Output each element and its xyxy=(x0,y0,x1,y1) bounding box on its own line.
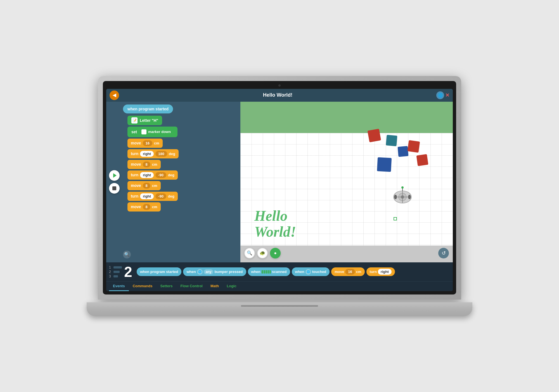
move-label-2: move xyxy=(131,183,141,188)
turn-dir-2: right xyxy=(140,193,154,199)
palette-turn-label: turn xyxy=(370,270,377,274)
letter-icon: 📝 xyxy=(131,117,138,123)
trigger-block[interactable]: when program started xyxy=(123,104,173,113)
tab-flow-control-label: Flow Control xyxy=(181,284,203,288)
sim-canvas: HelloWorld! xyxy=(240,102,453,262)
level-bar-3 xyxy=(113,275,118,277)
level-row-2: 2 xyxy=(109,270,122,274)
tab-logic-label: Logic xyxy=(227,284,236,288)
tab-setters[interactable]: Setters xyxy=(156,282,176,291)
tab-math[interactable]: Math xyxy=(207,282,223,291)
turn-dir-0: right xyxy=(140,151,154,157)
palette-when-2: when xyxy=(251,270,260,274)
svg-point-6 xyxy=(408,195,411,199)
code-scroll-area[interactable]: when program started 📝 Letter "H" xyxy=(106,102,240,262)
simulator-panel: HelloWorld! xyxy=(240,102,453,262)
move-value-2: 8 xyxy=(143,183,150,189)
camera-dot xyxy=(278,84,281,87)
sim-run-button[interactable]: ● xyxy=(270,248,281,258)
stop-icon xyxy=(112,186,116,190)
palette-turn[interactable]: turn right xyxy=(366,267,395,276)
cube-red-3 xyxy=(416,154,428,166)
zoom-button[interactable]: 🔍 xyxy=(123,251,131,258)
svg-point-8 xyxy=(401,186,404,189)
move-value-3: 8 xyxy=(143,204,150,210)
turn-block-0[interactable]: turn right 180 deg xyxy=(127,149,179,158)
refresh-icon: ↺ xyxy=(442,250,446,256)
move-unit-1: cm xyxy=(152,162,157,167)
level-bar-2 xyxy=(113,271,120,273)
tab-logic[interactable]: Logic xyxy=(223,282,240,291)
level-bar-1 xyxy=(113,266,122,269)
turn-unit-0: deg xyxy=(169,152,175,156)
move-block-1[interactable]: move 8 cm xyxy=(127,160,161,169)
palette-turn-dir: right xyxy=(378,269,392,275)
sim-refresh-button[interactable]: ↺ xyxy=(438,248,449,258)
move-block-2[interactable]: move 8 cm xyxy=(127,181,161,190)
sim-controls: 🔍 🐢 ● xyxy=(244,248,281,258)
stop-button[interactable] xyxy=(109,183,120,194)
screen-content: ◀ Hello World! 🌐 ✕ xyxy=(106,89,453,291)
title-bar: ◀ Hello World! 🌐 ✕ xyxy=(106,89,453,102)
set-marker-block[interactable]: set ↓ marker down xyxy=(127,127,177,137)
turn-label-0: turn xyxy=(131,151,138,156)
move-label-0: move xyxy=(131,141,141,145)
hello-world-display: HelloWorld! xyxy=(254,208,296,240)
back-button[interactable]: ◀ xyxy=(110,91,119,100)
palette-when-scanned[interactable]: when scanned xyxy=(248,267,290,276)
move-label-1: move xyxy=(131,162,141,167)
tab-commands[interactable]: Commands xyxy=(129,282,157,291)
palette-move[interactable]: move 16 cm xyxy=(331,267,364,276)
sim-turtle-icon: 🐢 xyxy=(260,250,265,256)
tabs-row: Events Commands Setters Flow Control xyxy=(106,281,453,291)
bar-5 xyxy=(269,270,271,274)
code-panel: when program started 📝 Letter "H" xyxy=(106,102,240,262)
play-button[interactable] xyxy=(109,170,120,181)
palette-when-3: when xyxy=(295,270,304,274)
tab-events[interactable]: Events xyxy=(109,282,129,291)
level-section: 1 2 3 xyxy=(109,265,135,279)
zoom-icon: 🔍 xyxy=(124,252,130,257)
bar-2 xyxy=(264,270,265,274)
tab-events-label: Events xyxy=(113,284,125,288)
set-label: set xyxy=(131,130,137,134)
palette-when-bumper-pressed[interactable]: when 🌐 any bumper pressed xyxy=(183,267,246,276)
marker-dot xyxy=(394,217,397,220)
app-title: Hello World! xyxy=(119,92,436,98)
move-block-3[interactable]: move 8 cm xyxy=(127,202,161,212)
marker-down-block: ↓ marker down xyxy=(139,128,174,136)
palette-when-touched[interactable]: when 🌐 touched xyxy=(292,267,330,276)
tab-setters-label: Setters xyxy=(160,284,172,288)
palette-move-value: 16 xyxy=(345,269,355,275)
letter-block[interactable]: 📝 Letter "H" xyxy=(127,116,162,125)
turn-block-1[interactable]: turn right -90 deg xyxy=(127,170,178,180)
turn-value-2: -90 xyxy=(155,193,166,199)
palette-when-program-started[interactable]: when program started xyxy=(137,267,182,276)
close-area[interactable]: 🌐 ✕ xyxy=(436,91,449,99)
close-icon[interactable]: ✕ xyxy=(445,92,449,98)
laptop-wrapper: ◀ Hello World! 🌐 ✕ xyxy=(98,76,461,316)
palette-items: when program started when 🌐 any bumper p… xyxy=(137,267,450,276)
bottom-top-row: 1 2 3 xyxy=(106,262,453,281)
move-value-1: 8 xyxy=(143,161,150,167)
cube-blue-2 xyxy=(377,157,392,172)
level-number: 2 xyxy=(124,265,132,279)
marker-icon: ↓ xyxy=(141,129,146,134)
turn-block-2[interactable]: turn right -90 deg xyxy=(127,192,178,201)
laptop-base xyxy=(87,302,472,316)
turn-value-0: 180 xyxy=(155,151,167,157)
sim-zoom-button[interactable]: 🔍 xyxy=(244,248,255,258)
move-block-0[interactable]: move 16 cm xyxy=(127,139,163,148)
turn-label-2: turn xyxy=(131,194,138,198)
palette-label-0: when program started xyxy=(140,270,178,274)
palette-move-unit: cm xyxy=(356,270,361,274)
level-row-1: 1 xyxy=(109,265,122,269)
bar-1 xyxy=(262,270,263,274)
bottom-panel: 1 2 3 xyxy=(106,262,453,291)
tab-flow-control[interactable]: Flow Control xyxy=(177,282,207,291)
svg-point-5 xyxy=(394,195,397,199)
sim-turtle-button[interactable]: 🐢 xyxy=(257,248,268,258)
palette-when-1: when xyxy=(186,270,196,274)
move-unit-2: cm xyxy=(152,184,157,188)
palette-globe-icon-1: 🌐 xyxy=(197,269,203,275)
